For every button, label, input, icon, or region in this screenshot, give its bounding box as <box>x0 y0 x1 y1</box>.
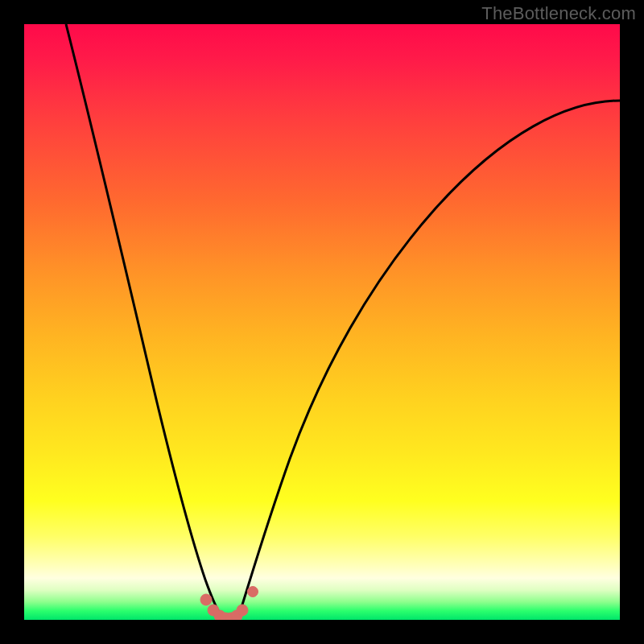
left-curve <box>66 24 222 617</box>
chart-svg <box>24 24 620 620</box>
plot-area <box>24 24 620 620</box>
svg-point-7 <box>248 587 258 597</box>
right-curve <box>238 101 620 617</box>
watermark-text: TheBottleneck.com <box>481 3 636 24</box>
chart-frame: TheBottleneck.com <box>0 0 644 644</box>
svg-point-6 <box>237 605 248 616</box>
svg-point-0 <box>200 594 212 605</box>
